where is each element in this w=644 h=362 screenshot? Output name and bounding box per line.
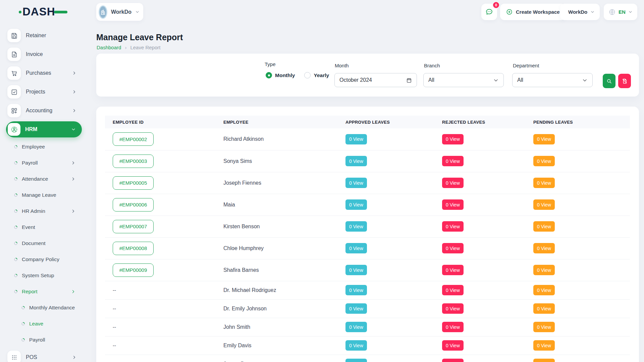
employee-id-button[interactable]: #EMP00007 bbox=[113, 220, 154, 233]
sidebar-item-system-setup[interactable]: System Setup bbox=[0, 267, 87, 284]
rejected-leaves-badge[interactable]: 0 View bbox=[442, 156, 464, 166]
approved-leaves-badge[interactable]: 0 View bbox=[345, 322, 367, 332]
employee-name: Dr. Emily Johnson bbox=[223, 306, 267, 311]
sidebar-item-label: HRM bbox=[25, 126, 37, 132]
sidebar-item-manage-leave[interactable]: Manage Leave bbox=[0, 187, 87, 203]
sidebar-item-monthly-attendance[interactable]: Monthly Attendance bbox=[0, 300, 87, 316]
invoice-icon bbox=[7, 48, 21, 61]
sidebar-item-attendance[interactable]: Attendance bbox=[0, 171, 87, 187]
filter-card: Type Monthly Yearly Month October 2024 B… bbox=[96, 54, 639, 97]
table-row: #EMP00005 Joseph Fiennes 0 View 0 View 0… bbox=[105, 172, 630, 194]
breadcrumb-separator: › bbox=[125, 45, 126, 50]
approved-leaves-badge[interactable]: 0 View bbox=[345, 178, 367, 188]
reset-filter-button[interactable] bbox=[618, 74, 631, 88]
chevron-down-icon bbox=[628, 10, 633, 14]
rejected-leaves-badge[interactable]: 0 View bbox=[442, 303, 464, 314]
approved-leaves-badge[interactable]: 0 View bbox=[345, 359, 367, 362]
employee-name: Maia bbox=[223, 202, 235, 207]
approved-leaves-badge[interactable]: 0 View bbox=[345, 199, 367, 210]
save-icon bbox=[7, 29, 21, 42]
sidebar-item-projects[interactable]: Projects bbox=[0, 82, 87, 101]
approved-leaves-badge[interactable]: 0 View bbox=[345, 285, 367, 295]
language-selector[interactable]: EN bbox=[604, 4, 637, 20]
pending-leaves-badge[interactable]: 0 View bbox=[533, 322, 555, 332]
search-button[interactable] bbox=[603, 74, 615, 88]
sidebar-item-payroll[interactable]: Payroll bbox=[0, 155, 87, 171]
branch-select[interactable]: All bbox=[423, 73, 504, 87]
rejected-leaves-badge[interactable]: 0 View bbox=[442, 340, 464, 351]
month-input[interactable]: October 2024 bbox=[334, 73, 417, 87]
sidebar-item-pos[interactable]: POS bbox=[0, 348, 87, 362]
sidebar-item-invoice[interactable]: Invoice bbox=[0, 45, 87, 64]
sidebar-item-event[interactable]: Event bbox=[0, 219, 87, 235]
rejected-leaves-badge[interactable]: 0 View bbox=[442, 243, 464, 253]
rejected-leaves-badge[interactable]: 0 View bbox=[442, 322, 464, 332]
employee-id-button[interactable]: #EMP00009 bbox=[113, 263, 154, 277]
department-select[interactable]: All bbox=[512, 73, 593, 87]
rejected-leaves-badge[interactable]: 0 View bbox=[442, 134, 464, 144]
pending-leaves-badge[interactable]: 0 View bbox=[533, 303, 555, 314]
rejected-leaves-badge[interactable]: 0 View bbox=[442, 199, 464, 210]
sidebar-item-employee[interactable]: Employee bbox=[0, 139, 87, 155]
bullet-icon bbox=[13, 161, 18, 165]
sidebar-item-document[interactable]: Document bbox=[0, 235, 87, 251]
employee-id-button[interactable]: #EMP00006 bbox=[113, 198, 154, 212]
workspace-switcher[interactable]: WorkDo bbox=[96, 3, 143, 21]
dash-logo: DASH bbox=[19, 6, 67, 17]
employee-id-button[interactable]: #EMP00008 bbox=[113, 242, 154, 255]
employee-id-empty: -- bbox=[113, 287, 116, 293]
rejected-leaves-badge[interactable]: 0 View bbox=[442, 178, 464, 188]
sidebar-item-hr-admin[interactable]: HR Admin bbox=[0, 203, 87, 219]
employee-id-button[interactable]: #EMP00002 bbox=[113, 132, 154, 146]
radio-yearly[interactable] bbox=[304, 72, 311, 78]
approved-leaves-badge[interactable]: 0 View bbox=[345, 303, 367, 314]
pending-leaves-badge[interactable]: 0 View bbox=[533, 243, 555, 253]
approved-leaves-badge[interactable]: 0 View bbox=[345, 265, 367, 275]
sidebar-item-payroll[interactable]: Payroll bbox=[0, 332, 87, 348]
table-row: #EMP00009 Shafira Barnes 0 View 0 View 0… bbox=[105, 259, 630, 281]
sidebar-item-company-policy[interactable]: Company Policy bbox=[0, 251, 87, 267]
pending-leaves-badge[interactable]: 0 View bbox=[533, 199, 555, 210]
table-row: #EMP00007 Kirsten Benson 0 View 0 View 0… bbox=[105, 216, 630, 237]
leave-report-table: EMPLOYEE ID EMPLOYEE APPROVED LEAVES REJ… bbox=[105, 116, 630, 362]
messages-button[interactable]: 0 bbox=[481, 4, 497, 20]
pending-leaves-badge[interactable]: 0 View bbox=[533, 156, 555, 166]
approved-leaves-badge[interactable]: 0 View bbox=[345, 340, 367, 351]
pending-leaves-badge[interactable]: 0 View bbox=[533, 340, 555, 351]
rejected-leaves-badge[interactable]: 0 View bbox=[442, 221, 464, 232]
approved-leaves-badge[interactable]: 0 View bbox=[345, 134, 367, 144]
employee-name: Dr. Michael Rodriguez bbox=[223, 287, 276, 293]
logo-dot bbox=[19, 11, 21, 13]
file-off-icon bbox=[622, 78, 628, 84]
sidebar-item-accounting[interactable]: Accounting bbox=[0, 101, 87, 120]
employee-id-button[interactable]: #EMP00005 bbox=[113, 176, 154, 190]
rejected-leaves-badge[interactable]: 0 View bbox=[442, 359, 464, 362]
radio-monthly[interactable] bbox=[266, 72, 272, 78]
approved-leaves-badge[interactable]: 0 View bbox=[345, 243, 367, 253]
sidebar-item-leave[interactable]: Leave bbox=[0, 316, 87, 332]
create-workspace-button[interactable]: Create Workspace bbox=[500, 4, 566, 20]
rejected-leaves-badge[interactable]: 0 View bbox=[442, 265, 464, 275]
employee-name: Shafira Barnes bbox=[223, 267, 259, 273]
pending-leaves-badge[interactable]: 0 View bbox=[533, 285, 555, 295]
breadcrumb-dashboard-link[interactable]: Dashboard bbox=[97, 45, 121, 50]
workspace-menu-button[interactable]: WorkDo bbox=[560, 4, 600, 20]
approved-leaves-badge[interactable]: 0 View bbox=[345, 156, 367, 166]
employee-id-button[interactable]: #EMP00003 bbox=[113, 155, 154, 168]
sidebar-item-hrm[interactable]: HRM bbox=[6, 121, 82, 137]
employee-id-empty: -- bbox=[113, 324, 116, 330]
pending-leaves-badge[interactable]: 0 View bbox=[533, 221, 555, 232]
pending-leaves-badge[interactable]: 0 View bbox=[533, 178, 555, 188]
pending-leaves-badge[interactable]: 0 View bbox=[533, 359, 555, 362]
pending-leaves-badge[interactable]: 0 View bbox=[533, 134, 555, 144]
rejected-leaves-badge[interactable]: 0 View bbox=[442, 285, 464, 295]
table-row: #EMP00006 Maia 0 View 0 View 0 View bbox=[105, 194, 630, 216]
sidebar-item-retainer[interactable]: Retainer bbox=[0, 26, 87, 45]
check-square-icon bbox=[7, 85, 21, 99]
sidebar-item-report[interactable]: Report bbox=[0, 284, 87, 300]
sidebar-item-purchases[interactable]: Purchases bbox=[0, 64, 87, 82]
pending-leaves-badge[interactable]: 0 View bbox=[533, 265, 555, 275]
bullet-icon bbox=[21, 321, 25, 326]
radio-monthly-label: Monthly bbox=[275, 72, 295, 78]
approved-leaves-badge[interactable]: 0 View bbox=[345, 221, 367, 232]
